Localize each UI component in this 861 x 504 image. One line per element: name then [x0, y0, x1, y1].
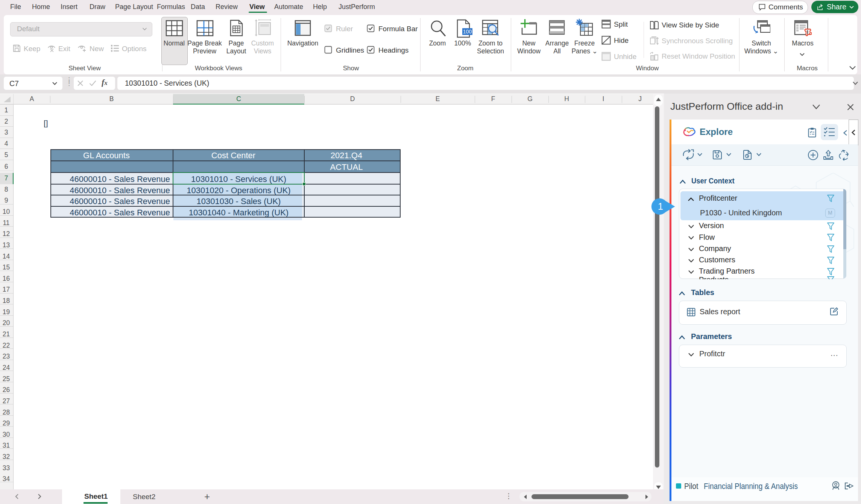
svg-text:100: 100 [463, 29, 472, 35]
svg-text:1: 1 [658, 201, 663, 212]
